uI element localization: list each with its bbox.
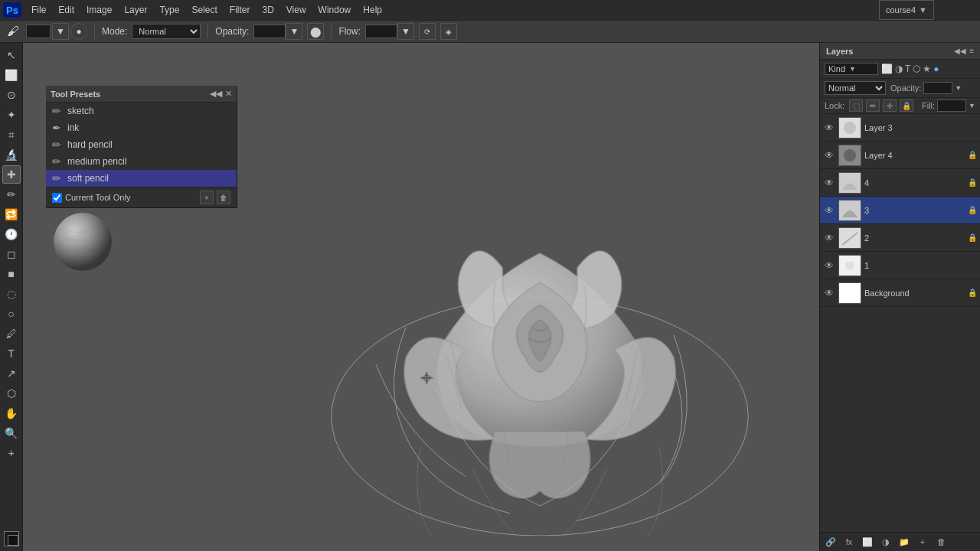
preset-ink[interactable]: ✒ ink — [46, 119, 237, 136]
layers-options-btn[interactable]: ≡ — [969, 47, 974, 55]
pen-tool[interactable]: 🖊 — [2, 324, 21, 343]
eraser-tool[interactable]: ◻ — [2, 245, 21, 263]
preset-create-btn[interactable]: + — [200, 191, 214, 204]
shape-tool[interactable]: ⬡ — [2, 384, 21, 403]
healing-tool[interactable]: ✚ — [2, 165, 21, 184]
filter-pixel-icon[interactable]: ⬜ — [881, 64, 893, 74]
quick-select-tool[interactable]: ✦ — [2, 106, 21, 124]
add-style-btn[interactable]: fx — [841, 535, 857, 549]
brush-preset-picker[interactable]: ● — [70, 23, 87, 40]
menu-filter[interactable]: Filter — [224, 3, 256, 17]
menu-image[interactable]: Image — [81, 3, 117, 17]
new-group-btn[interactable]: 📁 — [897, 535, 912, 549]
move-tool[interactable]: ↖ — [2, 46, 21, 64]
dodge-tool[interactable]: ○ — [2, 305, 21, 323]
layer3-visibility[interactable]: 👁 — [823, 122, 835, 133]
layer2-visibility[interactable]: 👁 — [823, 233, 835, 243]
tablet-pressure-btn[interactable]: ◈ — [440, 23, 457, 40]
canvas-area[interactable]: Tool Presets ◀◀ ✕ ✏ sketch ✒ ink ✏ hard … — [23, 43, 819, 551]
main-layout: ↖ ⬜ ⊙ ✦ ⌗ 🔬 ✚ ✏ 🔁 🕐 ◻ ■ ◌ ○ 🖊 T ↗ ⬡ ✋ 🔍 … — [0, 43, 980, 551]
zoom-tool[interactable]: 🔍 — [2, 424, 21, 442]
foreground-color[interactable] — [4, 531, 19, 546]
preset-ink-label: ink — [67, 122, 79, 133]
layer-item-2[interactable]: 👁 2 🔒 — [820, 224, 980, 252]
layer-item-background[interactable]: 👁 Background 🔒 — [820, 279, 980, 307]
filter-type-icon[interactable]: T — [905, 64, 910, 74]
preset-hard-pencil[interactable]: ✏ hard pencil — [46, 136, 237, 153]
preset-medium-pencil[interactable]: ✏ medium pencil — [46, 153, 237, 170]
background-visibility[interactable]: 👁 — [823, 288, 835, 298]
filter-smart-icon[interactable]: ★ — [923, 64, 931, 74]
new-adjustment-btn[interactable]: ◑ — [878, 535, 893, 549]
panel-collapse-btn[interactable]: ◀◀ — [210, 89, 222, 99]
menu-edit[interactable]: Edit — [53, 3, 80, 17]
menu-window[interactable]: Window — [313, 3, 357, 17]
preset-delete-btn[interactable]: 🗑 — [217, 191, 230, 204]
add-mask-btn[interactable]: ⬜ — [860, 535, 875, 549]
svg-rect-15 — [839, 283, 861, 303]
lock-icons-group: ⬚ ✏ ✛ 🔒 — [849, 99, 913, 112]
workspace-selector[interactable]: course4 ▼ — [879, 0, 934, 20]
layer4b-visibility[interactable]: 👁 — [823, 178, 835, 188]
lock-pixels-btn[interactable]: ✏ — [866, 99, 880, 112]
layer-item-1[interactable]: 👁 1 — [820, 252, 980, 279]
extra-tools[interactable]: + — [2, 444, 21, 462]
layer-item-layer4[interactable]: 👁 Layer 4 🔒 — [820, 142, 980, 169]
path-select-tool[interactable]: ↗ — [2, 364, 21, 383]
airbrush-toggle[interactable]: ⬤ — [307, 23, 324, 40]
text-tool[interactable]: T — [2, 344, 21, 363]
menu-select[interactable]: Select — [186, 3, 222, 17]
mode-dropdown[interactable]: Normal — [132, 24, 201, 39]
brush-size-dropdown[interactable]: ▼ — [52, 23, 69, 40]
layer-fill-input[interactable]: 100% — [937, 99, 966, 112]
lock-transparent-btn[interactable]: ⬚ — [849, 99, 863, 112]
opacity-input[interactable]: 100% — [253, 24, 286, 38]
gradient-tool[interactable]: ■ — [2, 265, 21, 283]
layer-opacity-input[interactable]: 100% — [923, 82, 952, 94]
lock-position-btn[interactable]: ✛ — [883, 99, 897, 112]
layer-item-4[interactable]: 👁 4 🔒 — [820, 169, 980, 197]
layers-kind-dropdown[interactable]: Kind ▼ — [825, 63, 878, 75]
layers-title: Layers — [826, 47, 853, 56]
menu-view[interactable]: View — [281, 3, 312, 17]
menu-layer[interactable]: Layer — [119, 3, 152, 17]
clone-tool[interactable]: 🔁 — [2, 205, 21, 223]
filter-shape-icon[interactable]: ⬡ — [913, 64, 920, 74]
layer3b-visibility[interactable]: 👁 — [823, 205, 835, 216]
menu-type[interactable]: Type — [154, 3, 185, 17]
preset-soft-pencil[interactable]: ✏ soft pencil — [46, 170, 237, 187]
current-tool-only-checkbox[interactable] — [52, 193, 62, 203]
layers-collapse-btn[interactable]: ◀◀ — [954, 47, 966, 55]
layer-item-layer3[interactable]: 👁 Layer 3 — [820, 114, 980, 142]
smoothing-btn[interactable]: ⟳ — [419, 23, 436, 40]
brush-tool[interactable]: ✏ — [2, 185, 21, 204]
flow-dropdown[interactable]: ▼ — [397, 23, 414, 40]
blend-mode-dropdown[interactable]: Normal Multiply Screen — [825, 81, 886, 95]
panel-close-btn[interactable]: ✕ — [225, 89, 232, 99]
marquee-tool[interactable]: ⬜ — [2, 66, 21, 84]
history-brush-tool[interactable]: 🕐 — [2, 225, 21, 243]
layer-item-3[interactable]: 👁 3 🔒 — [820, 197, 980, 224]
preset-sketch[interactable]: ✏ sketch — [46, 103, 237, 119]
filter-toggle[interactable]: ● — [933, 64, 939, 74]
flow-input[interactable]: 100% — [365, 24, 397, 38]
lasso-tool[interactable]: ⊙ — [2, 86, 21, 104]
hand-tool[interactable]: ✋ — [2, 404, 21, 422]
blur-tool[interactable]: ◌ — [2, 285, 21, 303]
lock-all-btn[interactable]: 🔒 — [900, 99, 913, 112]
current-tool-only-label[interactable]: Current Tool Only — [52, 193, 130, 203]
new-layer-btn[interactable]: + — [915, 535, 930, 549]
menu-3d[interactable]: 3D — [256, 3, 279, 17]
layers-blend-row: Normal Multiply Screen Opacity: 100% ▼ — [820, 79, 980, 98]
brush-size-input[interactable]: 2 — [26, 24, 51, 38]
link-layers-btn[interactable]: 🔗 — [823, 535, 838, 549]
layer4-visibility[interactable]: 👁 — [823, 150, 835, 161]
filter-adjust-icon[interactable]: ◑ — [895, 64, 903, 74]
eyedropper-tool[interactable]: 🔬 — [2, 145, 21, 164]
delete-layer-btn[interactable]: 🗑 — [933, 535, 949, 549]
menu-file[interactable]: File — [26, 3, 51, 17]
layer1-visibility[interactable]: 👁 — [823, 260, 835, 271]
crop-tool[interactable]: ⌗ — [2, 126, 21, 144]
menu-help[interactable]: Help — [358, 3, 387, 17]
opacity-dropdown[interactable]: ▼ — [286, 23, 302, 40]
